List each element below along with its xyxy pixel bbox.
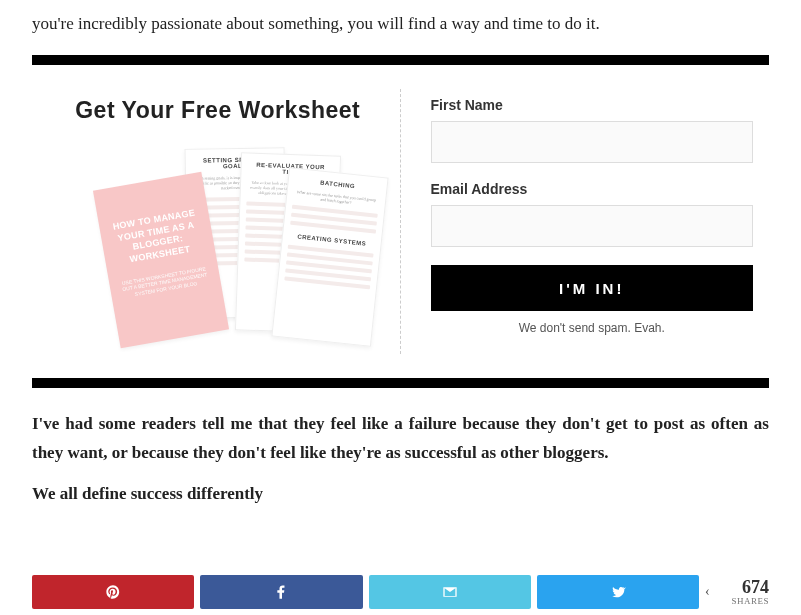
email-field[interactable]	[431, 205, 754, 247]
body-paragraph: I've had some readers tell me that they …	[32, 388, 769, 484]
email-share-button[interactable]	[369, 575, 531, 609]
facebook-icon	[273, 584, 289, 600]
share-count-label: SHARES	[731, 596, 769, 606]
optin-heading: Get Your Free Worksheet	[56, 97, 380, 124]
divider-bar-top	[32, 55, 769, 65]
email-label: Email Address	[431, 181, 754, 197]
divider-bar-bottom	[32, 378, 769, 388]
cover-subtitle: USE THIS WORKSHEET TO FIGURE OUT A BETTE…	[119, 265, 211, 300]
page3-blurb-a: What are some similar tasks that you cou…	[293, 189, 380, 208]
share-count: ‹ 674 SHARES	[705, 575, 769, 609]
submit-button[interactable]: I'M IN!	[431, 265, 754, 311]
facebook-share-button[interactable]	[200, 575, 362, 609]
pinterest-icon	[105, 584, 121, 600]
page3-lines-b	[284, 245, 373, 290]
cutoff-paragraph: We all define success differently	[32, 484, 769, 508]
share-bar: ‹ 674 SHARES	[0, 575, 801, 615]
worksheet-illustration: SETTING SPECIFIC GOALS When setting goal…	[78, 144, 358, 354]
twitter-icon	[610, 584, 626, 600]
page3-lines-a	[290, 205, 378, 234]
email-icon	[442, 584, 458, 600]
optin-form-column: First Name Email Address I'M IN! We don'…	[401, 89, 770, 354]
optin-container: Get Your Free Worksheet SETTING SPECIFIC…	[32, 65, 769, 378]
spam-disclaimer: We don't send spam. Evah.	[431, 321, 754, 335]
intro-paragraph: you're incredibly passionate about somet…	[32, 0, 769, 55]
chevron-left-icon: ‹	[705, 584, 710, 600]
optin-visual-column: Get Your Free Worksheet SETTING SPECIFIC…	[32, 89, 401, 354]
pinterest-share-button[interactable]	[32, 575, 194, 609]
first-name-label: First Name	[431, 97, 754, 113]
cover-title: HOW TO MANAGE YOUR TIME AS A BLOGGER: WO…	[108, 207, 205, 269]
worksheet-page-3: BATCHING What are some similar tasks tha…	[271, 167, 388, 347]
share-count-number: 674	[742, 578, 769, 596]
first-name-field[interactable]	[431, 121, 754, 163]
twitter-share-button[interactable]	[537, 575, 699, 609]
